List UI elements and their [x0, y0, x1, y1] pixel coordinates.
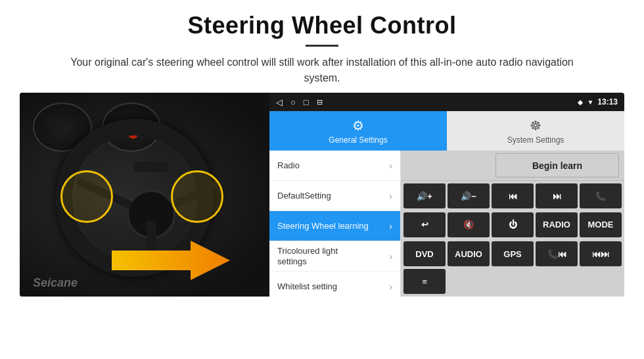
power-button[interactable]: ⏻: [492, 212, 534, 237]
page-header: Steering Wheel Control Your original car…: [0, 0, 644, 93]
chevron-icon: ›: [389, 191, 392, 201]
vol-up-button[interactable]: 🔊+: [403, 183, 446, 208]
chevron-icon: ›: [389, 160, 392, 171]
status-bar-right: ◆ ▼ 13:13: [578, 97, 618, 107]
phone-prev-button[interactable]: 📞⏮: [536, 241, 578, 266]
recent-icon[interactable]: □: [304, 97, 309, 107]
menu-grid-button[interactable]: ≡: [403, 269, 446, 294]
last-button-row: ≡: [401, 269, 624, 297]
mute-button[interactable]: 🔇: [448, 212, 490, 237]
page-title: Steering Wheel Control: [26, 12, 618, 39]
steering-label: Steering Wheel learning: [277, 221, 369, 231]
android-panel: ◁ ○ □ ⊟ ◆ ▼ 13:13 ⚙ General Settings ☸ S…: [269, 93, 624, 297]
settings-item-radio[interactable]: Radio ›: [269, 151, 400, 181]
tab-system-label: System Settings: [507, 135, 564, 145]
next-button[interactable]: ⏭: [536, 183, 578, 208]
vol-down-button[interactable]: 🔊−: [448, 183, 490, 208]
tricoloured-label: Tricoloured lightsettings: [277, 246, 338, 266]
signal-icon: ▼: [587, 99, 593, 106]
back-icon[interactable]: ◁: [276, 97, 283, 107]
audio-button[interactable]: AUDIO: [448, 241, 490, 266]
tab-general-label: General Settings: [329, 135, 387, 145]
highlight-right: [171, 170, 223, 223]
main-content: Seicane ◁ ○ □ ⊟ ◆ ▼ 13:13 ⚙ General Sett…: [0, 93, 644, 303]
settings-item-default[interactable]: DefaultSetting ›: [269, 181, 400, 211]
hangup-button[interactable]: ↩: [403, 212, 446, 237]
settings-list: Radio › DefaultSetting › Steering Wheel …: [269, 151, 401, 297]
svg-marker-0: [112, 241, 230, 280]
menu-icon[interactable]: ⊟: [317, 98, 323, 107]
settings-right-panel: Begin learn 🔊+ 🔊− ⏮ ⏭ 📞 ↩ 🔇 ⏻ RADIO MODE: [401, 151, 624, 297]
whitelist-label: Whitelist setting: [277, 281, 337, 291]
chevron-icon: ›: [389, 281, 392, 292]
status-bar-left: ◁ ○ □ ⊟: [276, 97, 323, 107]
settings-item-whitelist[interactable]: Whitelist setting ›: [269, 272, 400, 297]
title-divider: [306, 45, 338, 47]
blank-area: [401, 151, 493, 180]
top-tabs: ⚙ General Settings ☸ System Settings: [269, 111, 624, 151]
steering-wheel-image: Seicane: [20, 93, 269, 297]
control-buttons-row1: 🔊+ 🔊− ⏮ ⏭ 📞 ↩ 🔇 ⏻ RADIO MODE: [401, 181, 624, 241]
arrow-icon: [112, 237, 230, 283]
chevron-icon: ›: [389, 221, 392, 231]
settings-item-steering[interactable]: Steering Wheel learning ›: [269, 211, 400, 241]
mode-button[interactable]: MODE: [580, 212, 622, 237]
gps-icon: ◆: [578, 99, 583, 106]
phone-button[interactable]: 📞: [580, 183, 622, 208]
page-subtitle: Your original car's steering wheel contr…: [53, 55, 591, 86]
begin-learn-area: Begin learn: [401, 151, 624, 181]
system-settings-icon: ☸: [530, 118, 541, 133]
general-settings-icon: ⚙: [352, 118, 364, 133]
watermark: Seicane: [33, 276, 78, 290]
status-bar: ◁ ○ □ ⊟ ◆ ▼ 13:13: [269, 93, 624, 111]
skip-button[interactable]: ⏮⏭: [580, 241, 622, 266]
begin-learn-button[interactable]: Begin learn: [495, 153, 619, 178]
tab-system[interactable]: ☸ System Settings: [447, 111, 624, 151]
tab-general[interactable]: ⚙ General Settings: [269, 111, 447, 151]
prev-button[interactable]: ⏮: [492, 183, 534, 208]
radio-label: Radio: [277, 160, 300, 170]
default-label: DefaultSetting: [277, 191, 331, 201]
settings-body: Radio › DefaultSetting › Steering Wheel …: [269, 151, 624, 297]
time-display: 13:13: [597, 97, 618, 107]
home-icon[interactable]: ○: [290, 97, 296, 107]
radio-button[interactable]: RADIO: [536, 212, 578, 237]
bottom-button-row: DVD AUDIO GPS 📞⏮ ⏮⏭: [401, 241, 624, 269]
highlight-left: [60, 170, 113, 223]
gps-button[interactable]: GPS: [492, 241, 534, 266]
settings-item-tricoloured[interactable]: Tricoloured lightsettings ›: [269, 241, 400, 272]
dvd-button[interactable]: DVD: [403, 241, 446, 266]
chevron-icon: ›: [389, 251, 392, 262]
